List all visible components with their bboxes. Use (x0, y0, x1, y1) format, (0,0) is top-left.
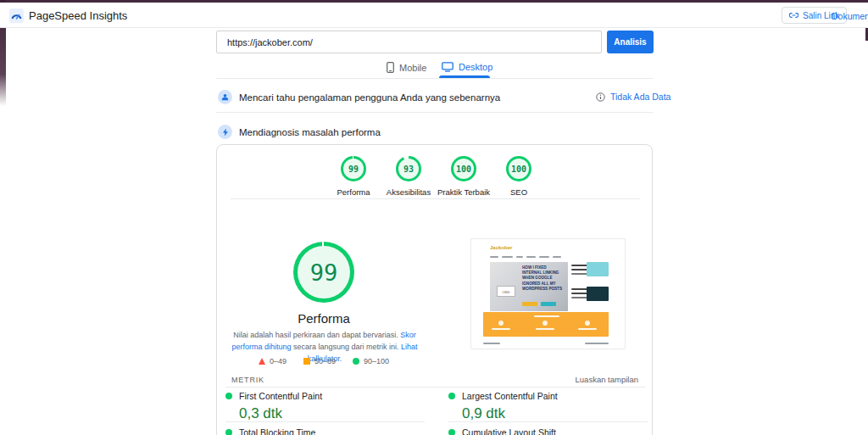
metric-tbt: Total Blocking Time (225, 427, 425, 435)
pass-dot-icon (448, 429, 455, 435)
thumb-footer-text (483, 343, 500, 344)
caption-text: Nilai adalah hasil perkiraan dan dapat b… (233, 331, 400, 339)
average-square-icon (303, 358, 310, 365)
pass-dot-icon (225, 393, 232, 399)
metric-name: Cumulative Layout Shift (462, 427, 556, 435)
app-header: PageSpeed Insights Salin Link Dokumen (0, 3, 868, 28)
metric-name: First Contentful Paint (239, 391, 322, 401)
thumb-feature-icon (542, 321, 548, 326)
legend-pass: 90–100 (353, 357, 389, 365)
thumb-card-text (571, 293, 588, 294)
score-legend: 0–49 50–89 90–100 (239, 357, 409, 365)
legend-range: 50–89 (314, 357, 336, 365)
pagespeed-insights-page: PageSpeed Insights Salin Link Dokumen An… (0, 0, 868, 435)
field-data-title: Mencari tahu pengalaman pengguna Anda ya… (239, 92, 500, 103)
thumb-button-teal (541, 302, 556, 306)
report-card: 99 Performa 93 Aksesibilitas 100 Praktik… (216, 144, 653, 435)
metric-row-divider (225, 421, 425, 422)
diagnose-bolt-icon (218, 125, 232, 139)
gauge-ring-seo: 100 (506, 156, 531, 181)
thumb-nav-bar (526, 256, 536, 258)
pass-dot-icon (225, 429, 232, 435)
gauge-score: 93 (403, 165, 414, 174)
page-title: PageSpeed Insights (29, 9, 127, 22)
thumb-card-image-teal (587, 262, 609, 276)
desktop-monitor-icon (442, 62, 453, 72)
analyze-button[interactable]: Analisis (607, 31, 654, 53)
gauge-ring-praktik-terbaik: 100 (451, 156, 476, 181)
thumb-button-yellow (522, 302, 537, 306)
link-icon (789, 12, 798, 19)
thumb-nav-bar (539, 256, 549, 258)
gauge-score: 99 (348, 165, 359, 174)
url-input[interactable] (216, 31, 602, 53)
thumb-feature-text (578, 328, 597, 330)
tab-mobile[interactable]: Mobile (387, 62, 426, 73)
metric-value: 0,3 dtk (239, 405, 425, 422)
caption-text: secara langsung dari metrik ini. (291, 343, 401, 351)
gauge-score: 100 (511, 165, 526, 174)
lab-data-section-header: Mendiagnosis masalah performa (218, 125, 381, 139)
mobile-phone-icon (387, 62, 394, 73)
thumb-nav-bar (516, 256, 523, 258)
metric-lcp: Largest Contentful Paint 0,9 dtk (448, 391, 648, 422)
performance-score: 99 (310, 259, 338, 286)
thumb-cmd-box: CMD (497, 286, 515, 297)
thumb-site-logo: Jackober (490, 245, 512, 250)
expand-view-link[interactable]: Luaskan tampilan (576, 375, 638, 384)
docs-link[interactable]: Dokumen (832, 11, 868, 21)
metric-cls: Cumulative Layout Shift (448, 427, 648, 435)
tab-desktop[interactable]: Desktop (442, 62, 492, 72)
pass-dot-icon (448, 393, 455, 399)
legend-range: 0–49 (270, 357, 287, 365)
thumb-feature-text (492, 328, 510, 330)
performance-score-gauge: 99 (293, 242, 354, 303)
real-users-icon (218, 90, 232, 104)
tab-mobile-label: Mobile (399, 63, 426, 73)
info-icon (596, 92, 605, 102)
thumb-card-image-dark (587, 287, 609, 301)
metric-value: 0,9 dtk (462, 405, 648, 422)
metrics-section-label: METRIK (231, 376, 264, 384)
metric-name: Largest Contentful Paint (462, 391, 558, 401)
performance-title: Performa (239, 311, 409, 326)
metric-fcp: First Contentful Paint 0,3 dtk (225, 391, 425, 422)
section-divider (216, 112, 653, 113)
thumb-nav-bar (553, 256, 561, 258)
gauge-label: SEO (481, 187, 557, 197)
legend-average: 50–89 (303, 357, 336, 365)
no-data-link[interactable]: Tidak Ada Data (610, 92, 670, 102)
metric-row-divider (448, 421, 648, 422)
legend-fail: 0–49 (259, 357, 287, 365)
tab-desktop-label: Desktop (459, 62, 492, 72)
thumb-feature-text (536, 328, 554, 330)
thumb-nav-bar (502, 256, 513, 258)
pass-circle-icon (353, 358, 359, 365)
gauge-ring-performa: 99 (341, 156, 366, 181)
thumb-footer-text (585, 343, 609, 344)
active-tab-underline (439, 75, 490, 78)
site-screenshot-thumbnail: Jackober CMD How I Fixed Internal Linkin… (470, 238, 626, 349)
legend-range: 90–100 (364, 357, 389, 365)
field-data-section-header: Mencari tahu pengalaman pengguna Anda ya… (218, 90, 500, 104)
metric-name: Total Blocking Time (239, 427, 315, 435)
thumb-feature-icon (585, 321, 590, 326)
field-data-status: Tidak Ada Data (596, 92, 670, 102)
thumb-headline: How I Fixed Internal Linking When Google… (522, 265, 566, 292)
fail-triangle-icon (259, 358, 265, 365)
gauges-divider (231, 198, 640, 199)
lab-data-title: Mendiagnosis masalah performa (239, 127, 381, 137)
thumb-feature-icon (498, 321, 504, 326)
gauge-seo[interactable]: 100 SEO (481, 156, 557, 197)
thumb-banner-title (534, 315, 559, 317)
thumb-card-text (571, 269, 588, 270)
thumb-nav-bar (490, 256, 498, 258)
metrics-divider (225, 387, 645, 388)
gauge-score: 100 (456, 165, 471, 174)
tabs-divider (216, 78, 653, 79)
gauge-ring-aksesibilitas: 93 (396, 156, 421, 181)
pagespeed-logo-icon (9, 8, 24, 23)
